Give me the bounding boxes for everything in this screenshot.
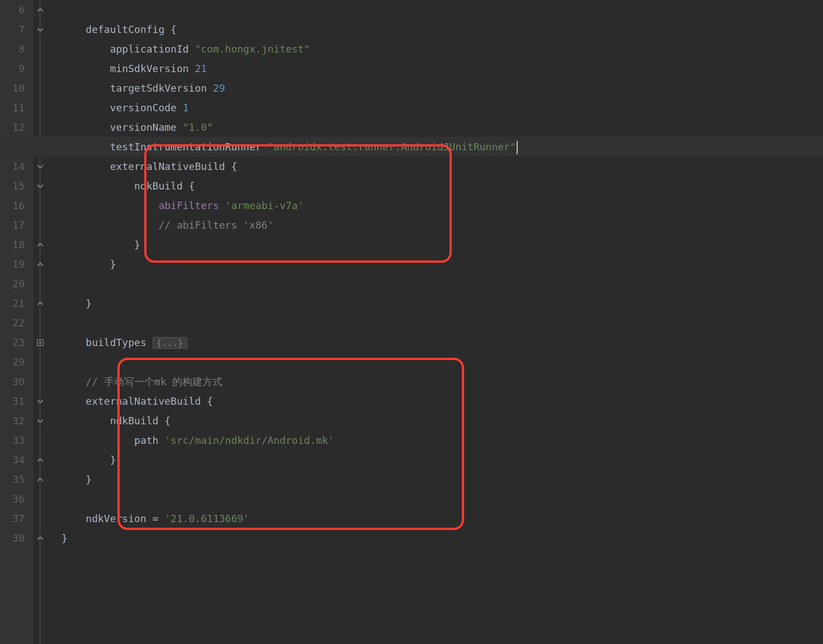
line-number: 30: [0, 372, 25, 391]
code-token: }: [62, 258, 116, 270]
fold-close-icon[interactable]: [36, 534, 44, 542]
line-number: 33: [0, 430, 25, 450]
code-token: [62, 219, 158, 231]
fold-open-icon[interactable]: [36, 182, 44, 190]
code-token: "androidx.test.runner.AndroidJUnitRunner…: [267, 141, 515, 153]
code-line[interactable]: }: [62, 293, 823, 313]
line-number: 11: [0, 98, 25, 117]
line-number: 22: [0, 313, 25, 333]
code-token: "com.hongx.jnitest": [195, 43, 310, 55]
fold-close-icon[interactable]: [36, 241, 44, 249]
fold-open-icon[interactable]: [36, 397, 44, 405]
line-number: 10: [0, 78, 25, 98]
code-line[interactable]: minSdkVersion 21: [62, 59, 823, 78]
code-token: ndkVersion =: [62, 513, 164, 524]
line-number: 17: [0, 215, 25, 235]
text-cursor: [517, 141, 518, 154]
code-token: targetSdkVersion: [62, 82, 213, 94]
folded-region[interactable]: {...}: [153, 337, 187, 349]
line-number: 6: [0, 0, 25, 20]
line-number: 37: [0, 509, 25, 528]
code-line[interactable]: externalNativeBuild {: [62, 157, 823, 176]
code-token: 'src/main/ndkdir/Android.mk': [164, 434, 334, 446]
line-number: 8: [0, 39, 25, 59]
code-token: }: [62, 239, 140, 250]
line-number: 32: [0, 411, 25, 430]
code-line[interactable]: }: [62, 528, 823, 548]
code-token: {: [171, 23, 177, 35]
fold-open-icon[interactable]: [36, 417, 44, 425]
code-token: {: [189, 180, 195, 192]
code-line[interactable]: versionCode 1: [62, 98, 823, 117]
fold-collapsed-icon[interactable]: [36, 339, 44, 347]
fold-close-icon[interactable]: [36, 261, 44, 268]
code-line[interactable]: }: [62, 470, 823, 489]
code-token: // abiFilters 'x86': [158, 219, 273, 231]
code-line[interactable]: // abiFilters 'x86': [62, 215, 823, 235]
code-token: minSdkVersion: [62, 63, 195, 74]
code-token: defaultConfig: [62, 23, 171, 35]
code-token: 'armeabi-v7a': [225, 200, 304, 211]
code-line[interactable]: path 'src/main/ndkdir/Android.mk': [62, 430, 823, 450]
code-line[interactable]: [62, 274, 823, 293]
code-line[interactable]: buildTypes {...}: [62, 333, 823, 352]
line-number: 19: [0, 254, 25, 274]
code-token: applicationId: [62, 43, 195, 55]
line-number-gutter: 6789101112131415161718192021222329303132…: [0, 0, 34, 644]
line-number: 23: [0, 333, 25, 352]
code-token: 1: [183, 102, 189, 113]
line-number: 34: [0, 450, 25, 470]
code-token: "1.0": [183, 121, 213, 133]
code-area[interactable]: defaultConfig { applicationId "com.hongx…: [50, 0, 823, 644]
code-token: ndkBuild: [62, 180, 189, 192]
line-number: 12: [0, 117, 25, 137]
line-number: 9: [0, 59, 25, 78]
code-line[interactable]: defaultConfig {: [62, 20, 823, 39]
code-line[interactable]: [62, 489, 823, 509]
code-token: [62, 200, 158, 211]
line-number: 21: [0, 293, 25, 313]
line-number: 36: [0, 489, 25, 509]
code-token: buildTypes: [62, 337, 153, 348]
code-line[interactable]: [62, 313, 823, 333]
code-token: }: [62, 473, 92, 485]
fold-open-icon[interactable]: [36, 26, 44, 34]
code-line[interactable]: abiFilters 'armeabi-v7a': [62, 196, 823, 215]
code-token: {: [164, 415, 171, 427]
code-token: [62, 376, 86, 387]
code-token: versionCode: [62, 102, 183, 113]
code-line[interactable]: ndkBuild {: [62, 411, 823, 430]
fold-close-icon[interactable]: [36, 6, 44, 14]
code-line[interactable]: }: [62, 254, 823, 274]
code-line[interactable]: externalNativeBuild {: [62, 391, 823, 411]
code-token: versionName: [62, 121, 183, 133]
code-token: '21.0.6113669': [164, 513, 249, 524]
code-token: }: [62, 297, 92, 309]
code-token: testInstrumentationRunner: [62, 141, 267, 153]
fold-close-icon[interactable]: [36, 476, 44, 484]
code-line[interactable]: applicationId "com.hongx.jnitest": [62, 39, 823, 59]
line-number: 14: [0, 157, 25, 176]
fold-close-icon[interactable]: [36, 300, 44, 307]
code-line[interactable]: ndkBuild {: [62, 176, 823, 196]
code-line[interactable]: }: [62, 450, 823, 470]
code-token: path: [62, 434, 164, 446]
line-number: 31: [0, 391, 25, 411]
code-line[interactable]: [62, 352, 823, 372]
fold-open-icon[interactable]: [36, 163, 44, 171]
code-editor[interactable]: 6789101112131415161718192021222329303132…: [0, 0, 823, 644]
code-line[interactable]: ndkVersion = '21.0.6113669': [62, 509, 823, 528]
code-line[interactable]: // 手动写一个mk 的构建方式: [62, 372, 823, 391]
code-token: // 手动写一个mk 的构建方式: [86, 376, 223, 387]
line-number: 7: [0, 20, 25, 39]
line-number: 29: [0, 352, 25, 372]
code-line[interactable]: targetSdkVersion 29: [62, 78, 823, 98]
fold-close-icon[interactable]: [36, 456, 44, 464]
code-line[interactable]: testInstrumentationRunner "androidx.test…: [62, 137, 823, 157]
code-line[interactable]: [62, 0, 823, 20]
code-token: }: [62, 454, 116, 466]
fold-column: [34, 0, 50, 644]
code-line[interactable]: versionName "1.0": [62, 117, 823, 137]
line-number: 15: [0, 176, 25, 196]
code-line[interactable]: }: [62, 235, 823, 254]
